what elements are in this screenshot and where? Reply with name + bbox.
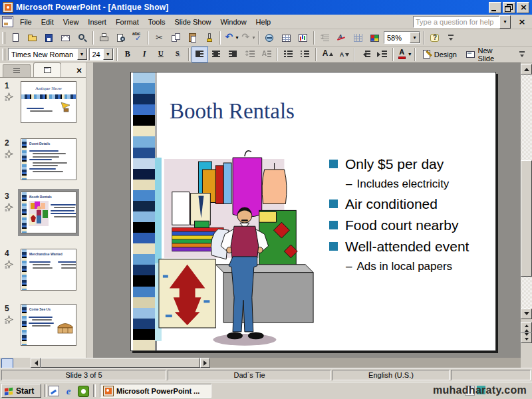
insert-chart-button[interactable] <box>295 30 311 46</box>
format-painter-button[interactable] <box>201 30 217 46</box>
normal-view-button[interactable] <box>1 358 13 368</box>
align-center-button[interactable] <box>208 47 225 63</box>
menu-tools[interactable]: Tools <box>144 16 170 28</box>
text-shadow-button[interactable] <box>170 47 186 63</box>
slide-sorter-view-button[interactable] <box>13 358 25 368</box>
outline-tab[interactable] <box>3 64 31 77</box>
internet-explorer-icon[interactable]: e <box>63 385 74 397</box>
align-left-button[interactable] <box>192 47 208 63</box>
thumbnail-slide-4[interactable]: Merchandise Wanted <box>21 249 76 291</box>
restore-button[interactable] <box>503 2 515 13</box>
bullet-item[interactable]: Food court nearby <box>329 217 495 233</box>
bullet-item[interactable]: Only $5 per day <box>329 156 495 172</box>
document-icon[interactable] <box>2 16 13 27</box>
menu-format[interactable]: Format <box>111 16 144 28</box>
thumbnail-slide-5[interactable]: Come See Us <box>21 304 76 346</box>
bullet-item[interactable]: Well-attended event <box>329 238 495 255</box>
insert-table-button[interactable] <box>278 30 295 46</box>
powerpoint-task-button[interactable]: Microsoft PowerPoint ... <box>100 384 211 398</box>
numbering-button[interactable] <box>280 47 297 63</box>
booth-vendor-clipart[interactable] <box>155 135 320 354</box>
ask-question-input[interactable] <box>413 16 499 28</box>
menu-view[interactable]: View <box>59 16 84 28</box>
redo-button[interactable]: ▾ <box>239 30 256 46</box>
slide-bullet-list[interactable]: Only $5 per day–Includes electricityAir … <box>329 151 495 275</box>
slide-thumbnail-2[interactable]: 2Event Details <box>3 138 76 180</box>
close-button[interactable] <box>517 2 529 13</box>
copy-button[interactable] <box>168 30 184 46</box>
expand-all-button[interactable] <box>317 30 333 46</box>
underline-button[interactable] <box>153 47 170 63</box>
help-button[interactable] <box>426 30 443 46</box>
search-button[interactable] <box>74 30 90 46</box>
color-grayscale-button[interactable] <box>366 30 383 46</box>
slide-thumbnail-4[interactable]: 4Merchandise Wanted <box>3 249 76 291</box>
zoom-combo[interactable]: 58%▾ <box>384 31 420 44</box>
slide-title[interactable]: Booth Rentals <box>170 99 295 124</box>
font-name-combo[interactable]: Times New Roman▾ <box>8 48 88 61</box>
decrease-indent-button[interactable] <box>357 47 374 63</box>
undo-button[interactable]: ▾ <box>223 30 239 46</box>
sub-bullet-item[interactable]: –Includes electricity <box>346 177 495 191</box>
bold-button[interactable] <box>120 47 136 63</box>
menu-insert[interactable]: Insert <box>83 16 111 28</box>
save-button[interactable] <box>41 30 57 46</box>
design-template-name[interactable]: Dad`s Tie <box>168 370 331 380</box>
toolbar-grip[interactable] <box>2 49 5 61</box>
font-color-button[interactable]: ▾ <box>396 47 412 63</box>
font-size-combo[interactable]: 24▾ <box>89 48 114 61</box>
minimize-button[interactable] <box>489 2 501 13</box>
thumbnail-slide-2[interactable]: Event Details <box>21 138 76 180</box>
design-button[interactable]: Design <box>418 47 461 63</box>
slide-thumbnail-1[interactable]: 1Antique Show <box>3 81 76 123</box>
menu-file[interactable]: File <box>15 16 37 28</box>
next-slide-button[interactable] <box>521 332 532 343</box>
cut-button[interactable] <box>151 30 168 46</box>
pane-splitter[interactable] <box>86 63 93 358</box>
scroll-up-button[interactable] <box>521 64 532 74</box>
menu-slide-show[interactable]: Slide Show <box>170 16 215 28</box>
line-spacing-button[interactable] <box>241 47 258 63</box>
zoom-combo-dropdown-arrow[interactable]: ▾ <box>410 32 420 43</box>
slides-tab[interactable] <box>33 63 61 77</box>
horizontal-scroll-track[interactable] <box>210 358 521 368</box>
scroll-left-button[interactable] <box>31 358 41 368</box>
document-close-icon[interactable]: × <box>516 16 528 28</box>
email-button[interactable] <box>57 30 74 46</box>
toolbar-options-button[interactable] <box>514 47 531 63</box>
scroll-right-button[interactable] <box>200 358 210 368</box>
text-direction-button[interactable] <box>258 47 275 63</box>
redo-dropdown-arrow[interactable]: ▾ <box>252 35 255 41</box>
media-player-icon[interactable] <box>77 385 89 397</box>
toolbar-grip[interactable] <box>2 32 5 44</box>
italic-button[interactable] <box>136 47 153 63</box>
insert-hyperlink-button[interactable] <box>261 30 278 46</box>
open-button[interactable] <box>24 30 41 46</box>
show-grid-button[interactable] <box>350 30 366 46</box>
scroll-down-button[interactable] <box>521 309 532 319</box>
close-pane-icon[interactable]: × <box>76 66 82 75</box>
print-preview-button[interactable] <box>112 30 129 46</box>
thumbnail-slide-3[interactable]: Booth Rentals <box>21 192 76 233</box>
font-color-dropdown-arrow[interactable]: ▾ <box>408 51 411 57</box>
increase-indent-button[interactable] <box>374 47 390 63</box>
increase-font-button[interactable] <box>319 47 335 63</box>
menu-help[interactable]: Help <box>251 16 276 28</box>
bullet-item[interactable]: Air conditioned <box>329 196 495 212</box>
previous-slide-button[interactable] <box>521 322 532 332</box>
show-formatting-button[interactable] <box>333 30 350 46</box>
spelling-button[interactable] <box>129 30 146 46</box>
toolbar-options-button[interactable] <box>443 30 460 46</box>
start-button[interactable]: Start <box>1 384 41 398</box>
thumbnail-slide-1[interactable]: Antique Show <box>21 81 76 123</box>
ask-dropdown-arrow[interactable]: ▾ <box>499 15 511 29</box>
new-slide-button[interactable]: New Slide <box>461 47 514 63</box>
slide-thumbnail-5[interactable]: 5Come See Us <box>3 304 76 346</box>
paste-button[interactable] <box>184 30 201 46</box>
sub-bullet-item[interactable]: –Ads in local papers <box>346 259 495 273</box>
show-desktop-icon[interactable] <box>48 385 60 397</box>
vertical-scroll-thumb[interactable] <box>521 160 532 277</box>
menu-edit[interactable]: Edit <box>37 16 59 28</box>
print-button[interactable] <box>96 30 112 46</box>
new-document-button[interactable] <box>7 30 24 46</box>
